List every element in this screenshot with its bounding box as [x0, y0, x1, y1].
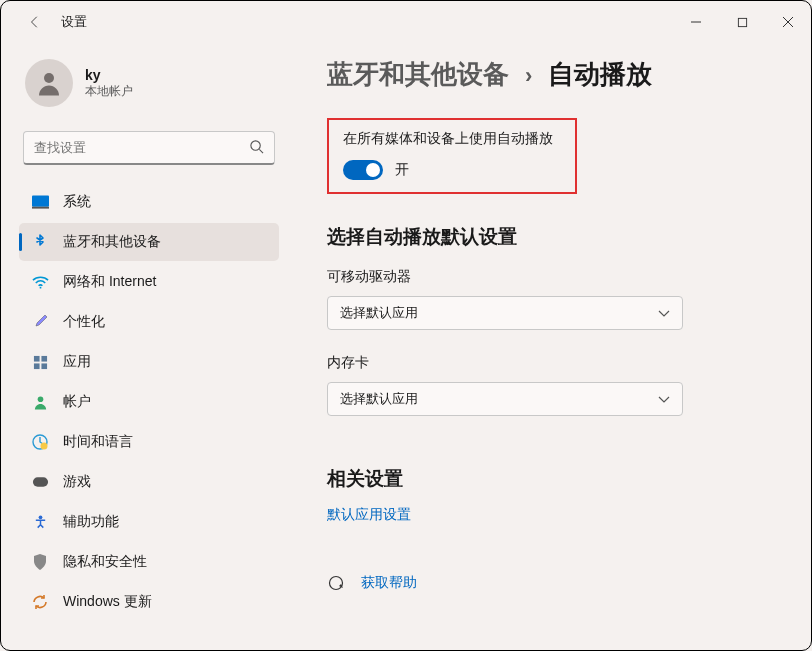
- sidebar-item-label: 辅助功能: [63, 513, 119, 531]
- search-input[interactable]: [23, 131, 275, 165]
- account-name: ky: [85, 67, 133, 83]
- svg-rect-7: [32, 195, 49, 206]
- svg-rect-17: [32, 477, 47, 486]
- svg-rect-10: [33, 355, 39, 361]
- update-icon: [31, 593, 49, 611]
- nav: 系统 蓝牙和其他设备 网络和 Internet 个性化 应用 帐户: [19, 183, 279, 621]
- svg-line-6: [259, 149, 263, 153]
- removable-drive-field: 可移动驱动器 选择默认应用: [327, 268, 783, 330]
- sidebar-item-bluetooth[interactable]: 蓝牙和其他设备: [19, 223, 279, 261]
- memory-card-field: 内存卡 选择默认应用: [327, 354, 783, 416]
- sidebar-item-apps[interactable]: 应用: [19, 343, 279, 381]
- defaults-header: 选择自动播放默认设置: [327, 224, 783, 250]
- svg-rect-12: [33, 363, 39, 369]
- account-type: 本地帐户: [85, 83, 133, 100]
- svg-point-18: [38, 515, 42, 519]
- sidebar-item-label: 系统: [63, 193, 91, 211]
- svg-rect-13: [41, 363, 47, 369]
- svg-point-19: [330, 577, 343, 590]
- default-apps-link[interactable]: 默认应用设置: [327, 506, 783, 524]
- apps-icon: [31, 353, 49, 371]
- removable-drive-select[interactable]: 选择默认应用: [327, 296, 683, 330]
- back-button[interactable]: [19, 6, 51, 38]
- sidebar-item-label: 个性化: [63, 313, 105, 331]
- breadcrumb-parent[interactable]: 蓝牙和其他设备: [327, 57, 509, 92]
- autoplay-label: 在所有媒体和设备上使用自动播放: [343, 130, 561, 148]
- search-wrap: [23, 131, 275, 165]
- sidebar: ky 本地帐户 系统 蓝牙和其他设备 网络和 Internet: [1, 43, 291, 650]
- sidebar-item-label: Windows 更新: [63, 593, 152, 611]
- chevron-right-icon: ›: [525, 63, 532, 89]
- sidebar-item-gaming[interactable]: 游戏: [19, 463, 279, 501]
- titlebar: 设置: [1, 1, 811, 43]
- gamepad-icon: [31, 473, 49, 491]
- sidebar-item-label: 蓝牙和其他设备: [63, 233, 161, 251]
- help-row[interactable]: 获取帮助: [327, 574, 783, 592]
- sidebar-item-label: 帐户: [63, 393, 91, 411]
- sidebar-item-system[interactable]: 系统: [19, 183, 279, 221]
- svg-rect-8: [32, 207, 49, 209]
- main-content: 蓝牙和其他设备 › 自动播放 在所有媒体和设备上使用自动播放 开 选择自动播放默…: [291, 43, 811, 650]
- svg-rect-11: [41, 355, 47, 361]
- minimize-button[interactable]: [673, 6, 719, 38]
- search-icon: [249, 139, 265, 155]
- svg-point-5: [251, 141, 260, 150]
- maximize-button[interactable]: [719, 6, 765, 38]
- related-header: 相关设置: [327, 466, 783, 492]
- svg-rect-1: [738, 18, 746, 26]
- sidebar-item-personalization[interactable]: 个性化: [19, 303, 279, 341]
- get-help-link[interactable]: 获取帮助: [361, 574, 417, 592]
- sidebar-item-accounts[interactable]: 帐户: [19, 383, 279, 421]
- page-title: 自动播放: [548, 57, 652, 92]
- svg-point-16: [41, 443, 48, 450]
- accessibility-icon: [31, 513, 49, 531]
- removable-drive-label: 可移动驱动器: [327, 268, 783, 286]
- help-icon: [327, 574, 345, 592]
- select-value: 选择默认应用: [340, 390, 418, 408]
- person-icon: [31, 393, 49, 411]
- bluetooth-icon: [31, 233, 49, 251]
- sidebar-item-label: 网络和 Internet: [63, 273, 156, 291]
- autoplay-toggle[interactable]: [343, 160, 383, 180]
- window-controls: [673, 6, 811, 38]
- system-icon: [31, 193, 49, 211]
- sidebar-item-network[interactable]: 网络和 Internet: [19, 263, 279, 301]
- sidebar-item-label: 隐私和安全性: [63, 553, 147, 571]
- breadcrumb: 蓝牙和其他设备 › 自动播放: [327, 57, 783, 92]
- chevron-down-icon: [658, 392, 670, 407]
- wifi-icon: [31, 273, 49, 291]
- brush-icon: [31, 313, 49, 331]
- sidebar-item-time-language[interactable]: 时间和语言: [19, 423, 279, 461]
- chevron-down-icon: [658, 306, 670, 321]
- close-button[interactable]: [765, 6, 811, 38]
- svg-point-4: [44, 73, 54, 83]
- avatar: [25, 59, 73, 107]
- globe-clock-icon: [31, 433, 49, 451]
- memory-card-label: 内存卡: [327, 354, 783, 372]
- memory-card-select[interactable]: 选择默认应用: [327, 382, 683, 416]
- sidebar-item-label: 时间和语言: [63, 433, 133, 451]
- sidebar-item-update[interactable]: Windows 更新: [19, 583, 279, 621]
- select-value: 选择默认应用: [340, 304, 418, 322]
- sidebar-item-privacy[interactable]: 隐私和安全性: [19, 543, 279, 581]
- svg-point-14: [37, 396, 43, 402]
- svg-point-9: [39, 287, 41, 289]
- toggle-state-text: 开: [395, 161, 409, 179]
- sidebar-item-accessibility[interactable]: 辅助功能: [19, 503, 279, 541]
- sidebar-item-label: 应用: [63, 353, 91, 371]
- window-title: 设置: [61, 13, 87, 31]
- sidebar-item-label: 游戏: [63, 473, 91, 491]
- shield-icon: [31, 553, 49, 571]
- autoplay-setting-highlighted: 在所有媒体和设备上使用自动播放 开: [327, 118, 577, 194]
- account-block[interactable]: ky 本地帐户: [19, 53, 279, 121]
